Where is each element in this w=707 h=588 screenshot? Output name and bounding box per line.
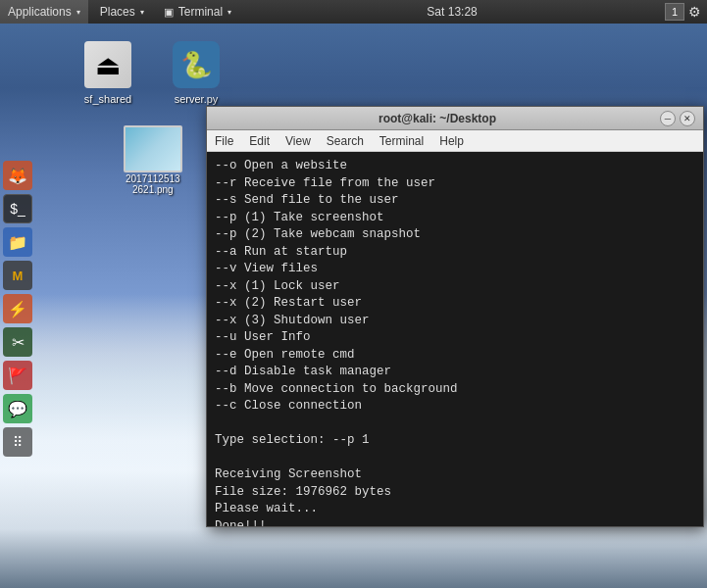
- scissors-icon: ✂: [12, 333, 25, 352]
- server-py-label: server.py: [172, 92, 222, 106]
- terminal-titlebar: root@kali: ~/Desktop ─ ✕: [207, 107, 703, 130]
- close-button[interactable]: ✕: [680, 111, 695, 126]
- sidebar-icon-terminal[interactable]: $_: [3, 194, 32, 223]
- terminal-line-14: --c Close connection: [215, 398, 695, 416]
- terminal-line-receiving: Receiving Screenshot: [215, 466, 695, 484]
- terminal-menu[interactable]: ▣ Terminal ▾: [156, 0, 239, 24]
- terminal-line-7: --x (1) Lock user: [215, 278, 695, 296]
- thumbnail-image: [126, 127, 180, 171]
- sidebar-icon-flag[interactable]: 🚩: [3, 361, 32, 390]
- terminal-body[interactable]: --o Open a website --r Receive file from…: [207, 152, 703, 526]
- terminal-line-5: --a Run at startup: [215, 244, 695, 262]
- sidebar-icon-files[interactable]: 📁: [3, 227, 32, 257]
- terminal-line-9: --x (3) Shutdown user: [215, 313, 695, 330]
- terminal-label: Terminal: [178, 5, 223, 19]
- menu-file[interactable]: File: [211, 130, 237, 152]
- menu-search[interactable]: Search: [323, 130, 368, 152]
- sf-shared-label: sf_shared: [81, 92, 134, 106]
- chat-icon: 💬: [8, 400, 27, 418]
- places-label: Places: [100, 5, 135, 19]
- terminal-line-11: --e Open remote cmd: [215, 347, 695, 365]
- terminal-line-12: --d Disable task manager: [215, 364, 695, 381]
- places-menu[interactable]: Places ▾: [92, 0, 152, 24]
- terminal-title: root@kali: ~/Desktop: [215, 112, 660, 125]
- terminal-line-blank2: [215, 450, 695, 467]
- desktop-icon-png-file[interactable]: 20171125132621.png: [123, 125, 183, 196]
- png-file-label: 20171125132621.png: [123, 172, 183, 196]
- eject-icon: ⏏: [95, 49, 121, 81]
- sidebar-icon-maltego[interactable]: M: [3, 261, 32, 290]
- desktop: Applications ▾ Places ▾ ▣ Terminal ▾ Sat…: [0, 0, 707, 588]
- terminal-line-selection: Type selection: --p 1: [215, 432, 695, 450]
- python-icon-symbol: 🐍: [180, 50, 212, 80]
- sidebar-icon-scissors[interactable]: ✂: [3, 327, 32, 357]
- workspace-number: 1: [672, 6, 678, 18]
- taskbar: Applications ▾ Places ▾ ▣ Terminal ▾ Sat…: [0, 0, 707, 24]
- png-file-thumbnail: [124, 125, 182, 172]
- firefox-icon: 🦊: [8, 167, 27, 185]
- places-chevron-icon: ▾: [140, 8, 144, 17]
- apps-grid-icon: ⠿: [13, 434, 23, 450]
- terminal-line-0: --o Open a website: [215, 158, 695, 175]
- terminal-line-8: --x (2) Restart user: [215, 295, 695, 313]
- terminal-line-3: --p (1) Take screenshot: [215, 210, 695, 227]
- terminal-line-wait: Please wait...: [215, 501, 695, 518]
- applications-menu[interactable]: Applications ▾: [0, 0, 88, 24]
- terminal-line-6: --v View files: [215, 261, 695, 278]
- sf-shared-folder-icon: ⏏: [84, 41, 131, 88]
- taskbar-right: 1 ⚙: [665, 3, 707, 21]
- window-controls: ─ ✕: [660, 111, 695, 126]
- sidebar-icon-burp[interactable]: ⚡: [3, 294, 32, 323]
- python-file-icon: 🐍: [173, 41, 220, 88]
- files-icon: 📁: [8, 233, 27, 252]
- menu-edit[interactable]: Edit: [245, 130, 274, 152]
- sidebar-icon-chat[interactable]: 💬: [3, 394, 32, 423]
- taskbar-clock: Sat 13:28: [239, 5, 665, 19]
- desktop-icon-sf-shared[interactable]: ⏏ sf_shared: [69, 37, 147, 110]
- terminal-menubar: File Edit View Search Terminal Help: [207, 130, 703, 152]
- terminal-window: root@kali: ~/Desktop ─ ✕ File Edit View …: [206, 106, 704, 527]
- terminal-line-1: --r Receive file from the user: [215, 175, 695, 193]
- terminal-icon: ▣: [164, 6, 174, 19]
- applications-label: Applications: [8, 5, 72, 19]
- terminal-line-10: --u User Info: [215, 329, 695, 347]
- applications-chevron-icon: ▾: [76, 8, 80, 17]
- workspace-indicator[interactable]: 1: [665, 3, 684, 21]
- terminal-line-13: --b Move connection to background: [215, 381, 695, 399]
- terminal-line-filesize: File size: 1976962 bytes: [215, 484, 695, 502]
- terminal-chevron-icon: ▾: [227, 8, 231, 17]
- sidebar: 🦊 $_ 📁 M ⚡ ✂ 🚩 💬 ⠿: [0, 24, 35, 588]
- sidebar-icon-apps[interactable]: ⠿: [3, 427, 32, 457]
- clock-display: Sat 13:28: [427, 5, 477, 19]
- menu-terminal[interactable]: Terminal: [376, 130, 428, 152]
- taskbar-left: Applications ▾ Places ▾ ▣ Terminal ▾: [0, 0, 239, 24]
- menu-view[interactable]: View: [281, 130, 315, 152]
- terminal-line-done: Done!!!: [215, 518, 695, 527]
- terminal-line-blank1: [215, 416, 695, 433]
- terminal-sidebar-icon: $_: [10, 201, 25, 217]
- terminal-line-2: --s Send file to the user: [215, 192, 695, 210]
- flag-icon: 🚩: [8, 367, 27, 385]
- terminal-line-4: --p (2) Take webcam snapshot: [215, 226, 695, 244]
- sf-shared-icon: ⏏: [84, 41, 131, 88]
- minimize-button[interactable]: ─: [660, 111, 676, 126]
- server-py-icon: 🐍: [173, 41, 220, 88]
- sidebar-icon-firefox[interactable]: 🦊: [3, 161, 32, 190]
- menu-help[interactable]: Help: [435, 130, 468, 152]
- burp-icon: ⚡: [8, 300, 27, 318]
- maltego-icon: M: [13, 269, 24, 283]
- desktop-icon-server-py[interactable]: 🐍 server.py: [157, 37, 235, 110]
- user-icon[interactable]: ⚙: [688, 4, 701, 20]
